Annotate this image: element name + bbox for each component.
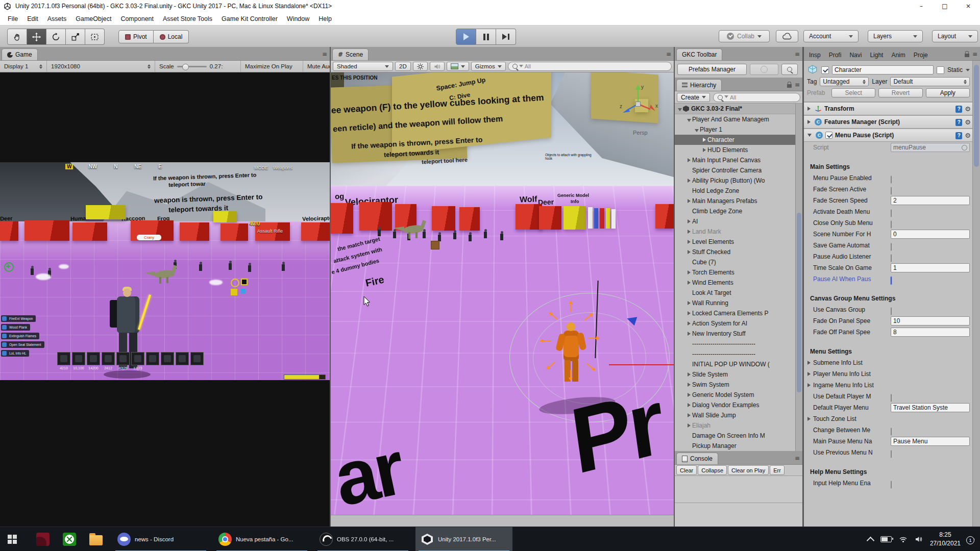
foldout-arrow[interactable]	[701, 148, 707, 152]
inspector-tab[interactable]: Proje	[910, 49, 932, 60]
foldout-arrow[interactable]	[807, 361, 811, 365]
gear-icon[interactable]: ⚙	[965, 105, 971, 113]
menu-item[interactable]: Window	[282, 12, 314, 25]
property-checkbox[interactable]	[891, 448, 892, 460]
foldout-arrow[interactable]	[685, 250, 692, 254]
scrollbar-thumb[interactable]	[797, 213, 801, 392]
close-button[interactable]: ×	[957, 0, 980, 12]
resolution-dropdown[interactable]: 980x551	[47, 61, 155, 72]
layer-dropdown[interactable]: Default	[890, 77, 970, 86]
foldout-arrow[interactable]	[685, 393, 692, 397]
foldout-arrow[interactable]	[685, 240, 692, 244]
foldout-arrow[interactable]	[693, 128, 700, 132]
menu-item[interactable]: Edit	[22, 12, 43, 25]
foldout-arrow[interactable]	[685, 158, 692, 162]
hierarchy-item[interactable]: Climb Ledge Zone	[675, 206, 802, 216]
property-value-field[interactable]: Travel Station Syste	[891, 403, 970, 412]
lock-icon[interactable]	[965, 54, 969, 57]
component-header-features-manager[interactable]: C Features Manager (Script) ?⚙	[804, 115, 973, 129]
menu-item[interactable]: GameObject	[71, 12, 116, 25]
shading-mode-dropdown[interactable]: Shaded	[333, 62, 393, 71]
rotate-tool-button[interactable]	[46, 29, 66, 45]
display-dropdown[interactable]: Display 1	[0, 61, 47, 72]
foldout-arrow[interactable]	[701, 138, 707, 142]
lock-icon[interactable]	[787, 84, 792, 88]
game-viewport[interactable]: WNWNNEE MODEWeapons If the weapon is thr…	[0, 72, 330, 527]
tab-gkc-toolbar[interactable]: GKC Toolbar	[676, 48, 722, 60]
tab-game[interactable]: Game	[2, 48, 38, 60]
hierarchy-item[interactable]: GKC 3.03-2 Final*	[675, 104, 802, 114]
inspector-scrollbar[interactable]	[972, 61, 980, 527]
hierarchy-item[interactable]: -------------------------------	[675, 349, 802, 359]
2d-toggle-button[interactable]: 2D	[395, 62, 411, 71]
hierarchy-item[interactable]: Look At Target	[675, 288, 802, 298]
foldout-arrow[interactable]	[807, 383, 811, 387]
hierarchy-item[interactable]: Character	[675, 135, 802, 145]
property-value-field[interactable]: 0	[891, 230, 970, 239]
chevron-down-icon[interactable]	[966, 69, 970, 73]
foldout-arrow[interactable]	[685, 423, 692, 428]
step-button[interactable]	[496, 29, 516, 45]
local-toggle-button[interactable]: Local	[154, 30, 189, 43]
pivot-toggle-button[interactable]: Pivot	[118, 30, 154, 43]
object-reference-field[interactable]: menuPause	[891, 143, 970, 152]
scene-effects-dropdown[interactable]	[447, 62, 469, 71]
scale-slider[interactable]	[177, 66, 207, 67]
hierarchy-item[interactable]: Main Managers Prefabs	[675, 196, 802, 206]
hierarchy-item[interactable]: Generic Model System	[675, 390, 802, 400]
foldout-arrow[interactable]	[685, 383, 692, 387]
property-checkbox[interactable]	[891, 275, 892, 286]
hierarchy-item[interactable]: Cube (7)	[675, 257, 802, 267]
inspector-tab[interactable]: Light	[866, 49, 887, 60]
foldout-arrow[interactable]	[807, 134, 812, 137]
battery-icon[interactable]	[880, 536, 892, 542]
hierarchy-item[interactable]: Wind Elements	[675, 278, 802, 288]
foldout-arrow[interactable]	[685, 321, 692, 325]
move-tool-button[interactable]	[27, 29, 46, 45]
scene-orientation-gizmo[interactable]: y x z	[615, 79, 662, 126]
scene-search-input[interactable]: All	[508, 62, 672, 71]
foldout-arrow[interactable]	[807, 120, 811, 124]
prefab-apply-button[interactable]: Apply	[926, 88, 970, 97]
console-toolbar-button[interactable]: Err	[770, 465, 785, 475]
taskbar-app-button[interactable]: news - Discord	[112, 527, 209, 551]
scale-tool-button[interactable]	[66, 29, 85, 45]
panel-menu-icon[interactable]: ≡	[322, 51, 327, 58]
gkc-disabled-button[interactable]	[750, 64, 778, 75]
hierarchy-item[interactable]: Player 1	[675, 124, 802, 135]
rect-tool-button[interactable]	[85, 29, 105, 45]
hierarchy-item[interactable]: Slide System	[675, 369, 802, 380]
hierarchy-item[interactable]: Action System for AI	[675, 318, 802, 329]
hierarchy-item[interactable]: Dialog Vendor Examples	[675, 400, 802, 410]
maximize-button[interactable]: □	[933, 0, 957, 12]
hierarchy-item[interactable]: Player And Game Managem	[675, 114, 802, 124]
scene-lighting-button[interactable]	[413, 62, 428, 71]
foldout-arrow[interactable]	[685, 270, 692, 274]
hierarchy-search-input[interactable]: All	[713, 93, 800, 102]
property-value-field[interactable]: 10	[891, 316, 970, 325]
foldout-arrow[interactable]	[685, 301, 692, 305]
foldout-arrow[interactable]	[685, 403, 692, 407]
maximize-on-play-button[interactable]: Maximize On Play	[241, 61, 303, 72]
hierarchy-item[interactable]: Wall Slide Jump	[675, 410, 802, 420]
menu-item[interactable]: Asset Store Tools	[158, 12, 217, 25]
scrollbar-thumb[interactable]	[974, 65, 979, 167]
inspector-tab[interactable]: Anim	[887, 49, 909, 60]
hierarchy-item[interactable]: Level Elements	[675, 237, 802, 247]
hierarchy-item[interactable]: Land Mark	[675, 227, 802, 237]
taskbar-file-explorer[interactable]	[84, 527, 108, 551]
panel-menu-icon[interactable]: ≡	[666, 51, 671, 58]
foldout-arrow[interactable]	[685, 281, 692, 285]
inspector-tab[interactable]: Insp	[805, 49, 825, 60]
hierarchy-item[interactable]: Pickup Manager	[675, 441, 802, 451]
foldout-arrow[interactable]	[685, 332, 692, 336]
hand-tool-button[interactable]	[7, 29, 27, 45]
layout-dropdown[interactable]: Layout	[932, 30, 978, 42]
taskbar-clock[interactable]: 8:25 27/10/2021	[930, 531, 961, 548]
play-button[interactable]	[456, 29, 476, 45]
hierarchy-item[interactable]: AI	[675, 216, 802, 227]
pause-button[interactable]	[476, 29, 496, 45]
console-log-area[interactable]	[675, 476, 802, 527]
scene-audio-button[interactable]	[430, 62, 445, 71]
menu-item[interactable]: Assets	[43, 12, 71, 25]
